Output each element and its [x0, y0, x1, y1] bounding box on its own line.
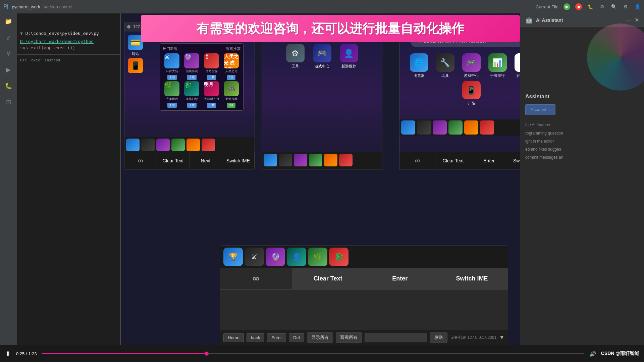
game-icon[interactable]: [433, 120, 447, 135]
game-icon-img: 🐉: [184, 81, 199, 96]
show-all-button[interactable]: 显示所有: [307, 332, 333, 343]
pycharm-logo-icon: Pj: [3, 4, 8, 10]
run-sidebar-icon[interactable]: ▶: [4, 65, 13, 74]
game-icon[interactable]: [448, 120, 463, 135]
ai-features-list: the AI features rogramming question ight…: [525, 122, 639, 161]
list-item[interactable]: 🎮 游戏中心: [460, 53, 483, 78]
game-icon[interactable]: [309, 154, 322, 166]
game-icon[interactable]: [156, 139, 170, 151]
list-item[interactable]: 🔮 仙境传说 下载: [182, 53, 201, 80]
list-item[interactable]: 🐉 龙族幻想 下载: [182, 81, 201, 108]
list-item[interactable]: 🔧 工具: [433, 53, 457, 78]
ai-close-icon[interactable]: ✕: [635, 17, 639, 23]
keyboard-enter-btn[interactable]: Enter: [364, 268, 436, 289]
game-icon[interactable]: [417, 120, 431, 135]
dropdown-icon[interactable]: ▼: [499, 334, 504, 341]
emu-left-infinity-btn[interactable]: ∞: [124, 152, 157, 169]
list-item[interactable]: ⚙ 工具: [283, 44, 307, 69]
game-icon[interactable]: [126, 139, 140, 151]
settings-icon[interactable]: ⚙: [599, 3, 605, 10]
keyboard-game-icon[interactable]: 🔮: [266, 248, 285, 266]
emu-right-clear-btn[interactable]: Clear Text: [435, 152, 471, 169]
emu-icon: [127, 25, 130, 29]
keyboard-typing-area[interactable]: [220, 290, 508, 330]
emu-left-toolbar: ∞ Clear Text Next Switch IME: [124, 152, 255, 169]
emu-right-switch-btn[interactable]: Switch IME: [507, 152, 520, 169]
emu-mid-enter-btn[interactable]: Enter: [322, 167, 352, 169]
list-item[interactable]: 📱: [126, 58, 145, 74]
volume-button[interactable]: 🔊: [589, 351, 596, 357]
emu-left-switch-btn[interactable]: Switch IME: [222, 152, 255, 169]
keyboard-game-icon[interactable]: 🌿: [308, 248, 327, 266]
video-progress-bar[interactable]: [42, 353, 584, 354]
game-icon[interactable]: [171, 139, 185, 151]
list-item[interactable]: 🎮 游戏中心: [310, 44, 334, 69]
list-item[interactable]: 📊 手游排行: [486, 53, 509, 78]
keyboard-game-icon[interactable]: 🏆: [223, 248, 243, 266]
game-icon[interactable]: [186, 139, 200, 151]
play-pause-button[interactable]: ⏸: [5, 350, 11, 357]
ai-menu-icon[interactable]: ⋯: [627, 17, 632, 23]
game-icon[interactable]: [339, 154, 353, 166]
game-icon[interactable]: [401, 120, 415, 135]
game-icon[interactable]: [464, 120, 478, 135]
emu-left-clear-btn[interactable]: Clear Text: [157, 152, 190, 169]
list-item[interactable]: 明月 天涯明月刀 下载: [202, 81, 221, 108]
game-icon[interactable]: [202, 139, 215, 151]
game-icon[interactable]: [294, 154, 307, 166]
home-button[interactable]: Home: [223, 333, 244, 342]
keyboard-game-icon[interactable]: 🐉: [329, 248, 348, 266]
list-item[interactable]: 🎮 新游推荐 1级: [222, 81, 240, 108]
commit-icon[interactable]: ↙: [4, 33, 13, 42]
emu-left-next-btn[interactable]: Next: [190, 152, 222, 169]
google-icon: G: [515, 53, 520, 72]
send-button[interactable]: 发送: [430, 332, 447, 343]
app-icon-new-game: 👤: [340, 44, 358, 62]
search-icon[interactable]: 🔍: [610, 3, 617, 10]
terminal-icon[interactable]: ⊡: [4, 97, 13, 107]
keyboard-infinity-btn[interactable]: ∞: [220, 268, 292, 289]
emu-right-toolbar: ∞ Clear Text Enter Switch IME: [399, 152, 520, 169]
list-item[interactable]: G 谷歌关联: [512, 53, 520, 78]
ide-version-control[interactable]: Version control: [44, 4, 72, 9]
gear-icon[interactable]: ⚙: [622, 3, 629, 10]
list-item[interactable]: 🗡 传奇世界 下载: [202, 53, 221, 80]
stop-icon[interactable]: ■: [575, 3, 582, 10]
game-icon[interactable]: [141, 139, 155, 151]
emu-mid-infinity-btn[interactable]: ∞: [262, 167, 292, 169]
back-button[interactable]: back: [247, 333, 264, 342]
debug-sidebar-icon[interactable]: 🐛: [4, 81, 13, 91]
list-item[interactable]: 🌐 浏览器: [407, 53, 431, 78]
run-icon[interactable]: ▶: [564, 3, 570, 10]
list-item[interactable]: 🌿 完美世界 下载: [163, 81, 181, 108]
ai-account-button[interactable]: Account...: [525, 104, 555, 115]
emu-right-infinity-btn[interactable]: ∞: [399, 152, 435, 169]
list-item[interactable]: 人类之光 成功啦 人类之光 1点: [222, 53, 240, 80]
branch-icon[interactable]: ⑂: [4, 49, 13, 58]
emu-mid-switch-btn[interactable]: Switch IME: [352, 167, 382, 169]
user-icon[interactable]: 👤: [634, 3, 641, 10]
debug-icon[interactable]: 🐛: [587, 3, 594, 10]
ide-project-title[interactable]: pycharm_work: [12, 4, 40, 9]
keyboard-game-icon[interactable]: ⚔: [245, 248, 264, 266]
emulator-container: 有需要的欢迎咨询，还可以进行批量自动化操作 127.0.0.1:62025 ✕ …: [121, 13, 520, 362]
keyboard-game-icon[interactable]: 👤: [287, 248, 306, 266]
list-item[interactable]: ⚔ 斗罗大陆 下载: [163, 53, 181, 80]
keyboard-clear-text-btn[interactable]: Clear Text: [292, 268, 364, 289]
keyboard-switch-ime-btn[interactable]: Switch IME: [436, 268, 508, 289]
game-icon[interactable]: [480, 120, 494, 135]
list-item[interactable]: 📱 ·广告: [460, 81, 483, 106]
emu-right-enter-btn[interactable]: Enter: [471, 152, 507, 169]
emu-mid-clear-btn[interactable]: Clear Text: [292, 167, 322, 169]
folder-icon[interactable]: 📁: [4, 17, 13, 26]
game-icon[interactable]: [279, 154, 292, 166]
ide-current-file[interactable]: Current File: [536, 4, 558, 9]
write-all-button[interactable]: 写观所有: [336, 332, 362, 343]
list-item[interactable]: 👤 新游推荐: [337, 44, 361, 69]
ai-assistant-label: Assistant Account...: [525, 92, 639, 118]
game-icon[interactable]: [264, 154, 277, 166]
enter-button[interactable]: Enter: [267, 333, 286, 342]
game-icon[interactable]: [324, 154, 337, 166]
keyboard-text-input[interactable]: [365, 333, 427, 342]
del-button[interactable]: Del: [289, 333, 304, 342]
